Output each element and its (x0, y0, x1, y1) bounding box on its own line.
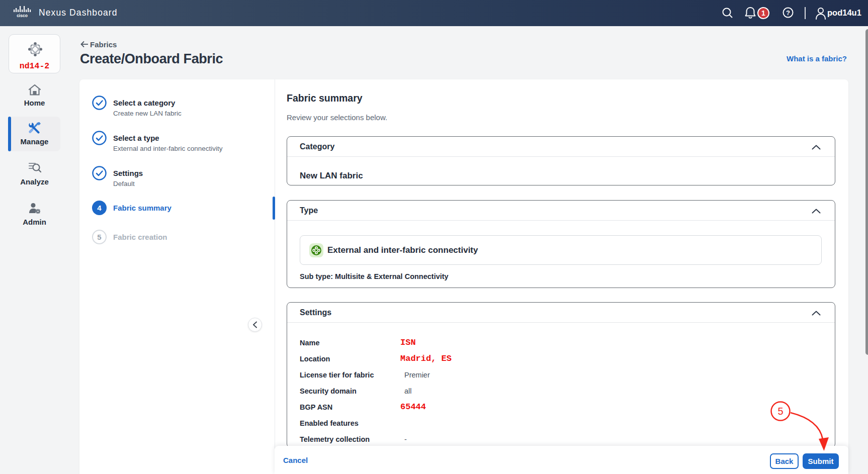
svg-text:cisco: cisco (17, 13, 28, 18)
svg-text:?: ? (786, 9, 790, 17)
